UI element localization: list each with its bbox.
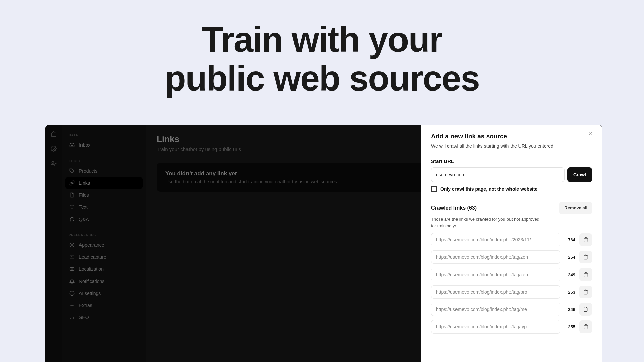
app-window: DATA Inbox LOGIC Products Links Files Te… — [45, 125, 602, 362]
section-preferences-label: PREFERENCES — [65, 231, 143, 239]
chat-icon — [69, 217, 75, 222]
start-url-input[interactable] — [431, 167, 565, 182]
sidebar-item-label: Q&A — [79, 217, 89, 222]
crawled-link-url[interactable]: https://usemevo.com/blog/index.php/tag/p… — [431, 285, 560, 299]
close-icon[interactable] — [588, 131, 594, 137]
svg-point-10 — [71, 256, 72, 257]
trash-icon[interactable] — [579, 320, 592, 333]
panel-title: Add a new link as source — [431, 133, 592, 140]
plus-icon — [69, 303, 75, 308]
info-icon — [69, 291, 75, 296]
crawled-title: Crawled links (63) — [431, 205, 477, 211]
crawled-link-row: https://usemevo.com/blog/index.php/tag/t… — [431, 320, 592, 334]
sidebar-item-label: Notifications — [79, 279, 104, 284]
sidebar-item-label: Extras — [79, 303, 92, 308]
sidebar-item-label: SEO — [79, 315, 89, 320]
bell-icon — [69, 279, 75, 284]
crawled-link-count: 254 — [565, 255, 575, 260]
user-plus-icon[interactable] — [50, 160, 57, 167]
start-url-label: Start URL — [431, 158, 592, 164]
bars-icon — [69, 315, 75, 320]
panel-desc: We will crawl all the links starting wit… — [431, 143, 592, 149]
globe-icon — [69, 266, 75, 272]
remove-all-button[interactable]: Remove all — [559, 202, 592, 214]
sidebar-item-files[interactable]: Files — [65, 189, 143, 201]
crawled-link-row: https://usemevo.com/blog/index.php/tag/m… — [431, 303, 592, 316]
sidebar-item-notifications[interactable]: Notifications — [65, 275, 143, 287]
trash-icon[interactable] — [579, 268, 592, 281]
sidebar-item-label: Inbox — [79, 142, 90, 148]
sidebar-item-localization[interactable]: Localization — [65, 263, 143, 275]
sidebar-item-extras[interactable]: Extras — [65, 299, 143, 311]
checkbox-label: Only crawl this page, not the whole webs… — [440, 186, 537, 192]
crawled-link-row: https://usemevo.com/blog/index.php/tag/p… — [431, 285, 592, 299]
crawled-link-count: 255 — [565, 324, 575, 329]
sidebar-item-aisettings[interactable]: AI settings — [65, 287, 143, 299]
tag-icon — [69, 168, 75, 174]
trash-icon[interactable] — [579, 251, 592, 263]
crawled-link-url[interactable]: https://usemevo.com/blog/index.php/tag/z… — [431, 268, 560, 281]
sidebar-item-inbox[interactable]: Inbox — [65, 139, 143, 151]
crawl-button[interactable]: Crawl — [567, 167, 592, 182]
hero-title: Train with your public web sources — [0, 0, 644, 98]
crawled-link-url[interactable]: https://usemevo.com/blog/index.php/tag/z… — [431, 250, 560, 264]
crawled-header: Crawled links (63) Remove all — [431, 202, 592, 214]
sidebar-item-label: Appearance — [79, 242, 104, 248]
id-card-icon — [69, 254, 75, 260]
sidebar-item-seo[interactable]: SEO — [65, 311, 143, 323]
crawled-link-row: https://usemevo.com/blog/index.php/2023/… — [431, 233, 592, 246]
checkbox-icon[interactable] — [431, 186, 437, 192]
trash-icon[interactable] — [579, 303, 592, 316]
crawled-link-row: https://usemevo.com/blog/index.php/tag/z… — [431, 268, 592, 281]
crawled-link-url[interactable]: https://usemevo.com/blog/index.php/tag/t… — [431, 320, 560, 334]
crawled-link-url[interactable]: https://usemevo.com/blog/index.php/tag/m… — [431, 303, 560, 316]
crawled-link-url[interactable]: https://usemevo.com/blog/index.php/2023/… — [431, 233, 560, 246]
crawled-link-row: https://usemevo.com/blog/index.php/tag/z… — [431, 250, 592, 264]
svg-point-7 — [70, 243, 74, 247]
hero-line-1: Train with your — [0, 20, 644, 59]
crawled-link-count: 246 — [565, 307, 575, 312]
sidebar-item-label: AI settings — [79, 291, 101, 296]
text-icon — [69, 204, 75, 210]
crawled-link-count: 764 — [565, 237, 575, 242]
home-icon[interactable] — [50, 131, 57, 137]
svg-point-0 — [53, 148, 54, 150]
crawled-link-count: 253 — [565, 290, 575, 295]
icon-rail — [45, 125, 62, 362]
sidebar-item-label: Links — [79, 180, 90, 186]
crawled-link-count: 249 — [565, 272, 575, 277]
svg-point-8 — [71, 244, 73, 246]
add-link-panel: Add a new link as source We will crawl a… — [421, 125, 602, 362]
sidebar-item-leadcapture[interactable]: Lead capture — [65, 251, 143, 263]
sidebar-item-text[interactable]: Text — [65, 201, 143, 213]
sidebar-item-links[interactable]: Links — [65, 177, 143, 189]
sidebar-item-label: Localization — [79, 266, 104, 272]
section-logic-label: LOGIC — [65, 157, 143, 165]
palette-icon — [69, 242, 75, 248]
sidebar-item-label: Files — [79, 192, 89, 198]
link-icon — [69, 180, 75, 186]
gear-icon[interactable] — [50, 145, 57, 152]
hero-line-2: public web sources — [0, 59, 644, 98]
section-data-label: DATA — [65, 131, 143, 139]
sidebar-item-label: Text — [79, 204, 88, 210]
url-row: Crawl — [431, 167, 592, 182]
sidebar-item-label: Lead capture — [79, 254, 106, 260]
trash-icon[interactable] — [579, 286, 592, 298]
sidebar-item-qa[interactable]: Q&A — [65, 213, 143, 225]
sidebar: DATA Inbox LOGIC Products Links Files Te… — [62, 125, 146, 362]
sidebar-item-label: Products — [79, 168, 97, 174]
inbox-icon — [69, 142, 75, 148]
sidebar-item-appearance[interactable]: Appearance — [65, 239, 143, 251]
crawled-desc: Those are the links we crawled for you b… — [431, 216, 545, 229]
svg-point-1 — [52, 161, 54, 163]
trash-icon[interactable] — [579, 233, 592, 246]
sidebar-item-products[interactable]: Products — [65, 165, 143, 177]
file-icon — [69, 192, 75, 198]
crawl-single-row[interactable]: Only crawl this page, not the whole webs… — [431, 186, 592, 192]
